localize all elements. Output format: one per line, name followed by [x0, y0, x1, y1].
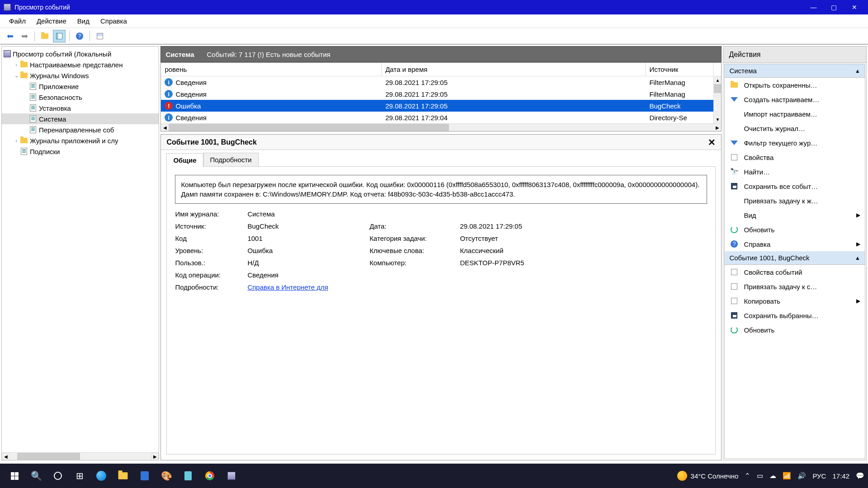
- actions-section-system[interactable]: Система ▲: [725, 64, 865, 78]
- event-horizontal-scrollbar[interactable]: ◀ ▶: [161, 123, 721, 131]
- action-item[interactable]: Обновить: [725, 222, 865, 237]
- tree-item[interactable]: ›Журналы приложений и слу: [2, 135, 159, 146]
- cell-source: BugCheck: [646, 102, 713, 110]
- action-item[interactable]: ?Справка▶: [725, 237, 865, 251]
- toolbar-help-button[interactable]: ?: [73, 30, 86, 42]
- close-button[interactable]: ✕: [844, 1, 864, 14]
- tree-item[interactable]: ⌄Журналы Windows: [2, 70, 159, 81]
- scroll-right-arrow[interactable]: ▶: [151, 453, 159, 460]
- tray-volume-icon[interactable]: 🔊: [797, 472, 806, 480]
- tray-battery-icon[interactable]: ▭: [757, 472, 763, 480]
- taskbar-eventviewer[interactable]: [221, 467, 242, 485]
- tray-notifications-icon[interactable]: 💬: [856, 472, 864, 480]
- properties-icon: [731, 269, 737, 275]
- tree-root[interactable]: Просмотр событий (Локальный: [2, 48, 159, 59]
- column-header-source[interactable]: Источник: [646, 63, 713, 76]
- windows-icon: [11, 472, 19, 480]
- toolbar-extra-button[interactable]: [94, 30, 106, 42]
- event-table: ровень Дата и время Источник iСведения 2…: [160, 62, 722, 131]
- scroll-left-arrow[interactable]: ◀: [2, 453, 9, 460]
- tree-label: Безопасность: [39, 94, 82, 101]
- tree-toggle-icon[interactable]: ⌄: [13, 73, 20, 79]
- table-row[interactable]: iСведения 29.08.2021 17:29:04 Directory-…: [161, 112, 713, 123]
- table-row[interactable]: iСведения 29.08.2021 17:29:05 FilterMana…: [161, 88, 713, 100]
- action-item[interactable]: Сохранить все событ…: [725, 179, 865, 193]
- search-button[interactable]: 🔍: [25, 467, 47, 485]
- weather-widget[interactable]: 34°C Солнечно: [677, 471, 739, 481]
- action-item[interactable]: Импорт настраиваем…: [725, 107, 865, 121]
- action-item[interactable]: Свойства событий: [725, 265, 865, 279]
- scroll-thumb[interactable]: [17, 453, 80, 460]
- action-item[interactable]: Вид▶: [725, 208, 865, 222]
- tree-content[interactable]: Просмотр событий (Локальный›Настраиваемы…: [2, 47, 159, 452]
- tray-clock[interactable]: 17:42: [832, 472, 849, 480]
- scroll-left-arrow[interactable]: ◀: [161, 124, 169, 131]
- action-item[interactable]: Привязать задачу к ж…: [725, 193, 865, 208]
- tree-toggle-icon[interactable]: ›: [13, 62, 20, 67]
- actions-section-event[interactable]: Событие 1001, BugCheck ▲: [725, 251, 865, 265]
- taskbar-explorer[interactable]: [112, 467, 134, 485]
- tab-details[interactable]: Подробности: [203, 153, 259, 166]
- detail-close-button[interactable]: ✕: [708, 137, 716, 148]
- tray-chevron-icon[interactable]: ⌃: [745, 472, 750, 480]
- menu-file[interactable]: Файл: [4, 15, 31, 27]
- action-item[interactable]: Открыть сохраненны…: [725, 78, 865, 92]
- forward-icon: ➡: [21, 31, 28, 41]
- action-item[interactable]: Очистить журнал…: [725, 121, 865, 136]
- forward-button[interactable]: ➡: [18, 30, 31, 42]
- tree-item[interactable]: Подписки: [2, 146, 159, 157]
- action-item[interactable]: Свойства: [725, 150, 865, 164]
- column-header-level[interactable]: ровень: [161, 63, 382, 76]
- action-item[interactable]: Сохранить выбранны…: [725, 308, 865, 323]
- tree-item[interactable]: ›Настраиваемые представлен: [2, 59, 159, 70]
- menu-view[interactable]: Вид: [72, 15, 95, 27]
- tray-language[interactable]: РУС: [812, 472, 826, 480]
- tree-item[interactable]: Установка: [2, 103, 159, 113]
- action-item[interactable]: Привязать задачу к с…: [725, 279, 865, 294]
- action-label: Создать настраиваем…: [744, 96, 819, 103]
- toolbar-view-button[interactable]: [53, 30, 66, 42]
- table-row[interactable]: iСведения 29.08.2021 17:29:05 FilterMana…: [161, 76, 713, 88]
- scroll-thumb[interactable]: [714, 84, 721, 93]
- taskbar-edge[interactable]: [90, 467, 112, 485]
- action-item[interactable]: Копировать▶: [725, 294, 865, 308]
- tree-item[interactable]: Система: [2, 113, 159, 124]
- scroll-right-arrow[interactable]: ▶: [713, 124, 721, 131]
- tree-item[interactable]: Перенаправленные соб: [2, 124, 159, 135]
- action-item[interactable]: 🔭Найти…: [725, 164, 865, 179]
- cortana-button[interactable]: [47, 467, 69, 485]
- tray-onedrive-icon[interactable]: ☁: [769, 472, 776, 480]
- action-item[interactable]: Фильтр текущего жур…: [725, 136, 865, 150]
- scroll-down-arrow[interactable]: ▼: [714, 116, 721, 123]
- scroll-up-arrow[interactable]: ▲: [714, 76, 721, 84]
- taskview-button[interactable]: ⊞: [69, 467, 90, 485]
- toolbar-open-button[interactable]: [38, 30, 51, 42]
- start-button[interactable]: [4, 467, 25, 485]
- back-button[interactable]: ⬅: [4, 30, 16, 42]
- tree-horizontal-scrollbar[interactable]: ◀ ▶: [2, 452, 159, 460]
- moreinfo-link[interactable]: Справка в Интернете для: [247, 283, 328, 291]
- scroll-thumb[interactable]: [169, 124, 449, 131]
- tree-item[interactable]: Безопасность: [2, 92, 159, 103]
- menu-help[interactable]: Справка: [95, 15, 132, 27]
- taskbar-notepad[interactable]: [177, 467, 199, 485]
- event-rows[interactable]: iСведения 29.08.2021 17:29:05 FilterMana…: [161, 76, 713, 123]
- table-row[interactable]: !Ошибка 29.08.2021 17:29:05 BugCheck: [161, 100, 713, 112]
- event-vertical-scrollbar[interactable]: ▲ ▼: [713, 76, 721, 123]
- properties-icon: [731, 283, 737, 290]
- maximize-button[interactable]: ▢: [824, 1, 844, 14]
- taskbar-calculator[interactable]: [134, 467, 156, 485]
- taskbar-paint[interactable]: 🎨: [156, 467, 177, 485]
- menu-action[interactable]: Действие: [31, 15, 72, 27]
- label-category: Категория задачи:: [369, 235, 460, 242]
- tree-toggle-icon[interactable]: ›: [13, 138, 20, 143]
- minimize-button[interactable]: ―: [803, 1, 824, 14]
- column-header-date[interactable]: Дата и время: [382, 63, 646, 76]
- tab-general[interactable]: Общие: [166, 153, 203, 167]
- action-item[interactable]: Создать настраиваем…: [725, 92, 865, 107]
- tray-wifi-icon[interactable]: 📶: [783, 472, 791, 480]
- tree-item[interactable]: Приложение: [2, 81, 159, 92]
- taskbar-chrome[interactable]: [199, 467, 221, 485]
- action-item[interactable]: Обновить: [725, 323, 865, 337]
- cell-date: 29.08.2021 17:29:04: [382, 114, 646, 122]
